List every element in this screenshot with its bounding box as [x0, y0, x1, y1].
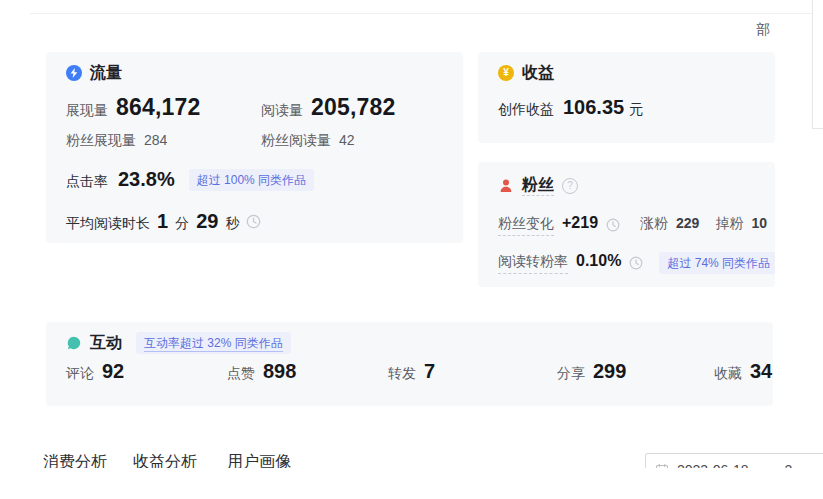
favorites-value: 34 — [750, 360, 772, 383]
analytics-panel: 部 流量 展现量 864,172 阅读量 205,782 粉丝展现量 284 粉… — [0, 0, 823, 499]
likes-value: 898 — [263, 360, 296, 383]
clock-icon[interactable] — [246, 214, 261, 229]
clock-icon[interactable] — [629, 256, 643, 270]
popup-edge — [812, 0, 823, 129]
read-time-label: 平均阅读时长 — [66, 215, 150, 233]
reposts-value: 7 — [424, 360, 435, 383]
fans-card: 粉丝 ? 粉丝变化 +219 涨粉 229 掉粉 10 阅读转粉率 0.10% … — [478, 162, 775, 287]
comments-label: 评论 — [66, 365, 94, 383]
help-icon[interactable]: ? — [562, 178, 578, 194]
fan-loss-value: 10 — [751, 215, 767, 231]
creation-revenue-value: 106.35 — [563, 96, 624, 119]
impressions-label: 展现量 — [66, 102, 108, 120]
partial-top-right-text: 部 — [756, 21, 770, 39]
top-divider — [30, 13, 823, 14]
fan-reads-label: 粉丝阅读量 — [261, 132, 331, 150]
reads-label: 阅读量 — [261, 102, 303, 120]
traffic-card-title: 流量 — [90, 64, 122, 82]
coin-icon: ¥ — [498, 65, 514, 81]
conversion-benchmark-badge: 超过 74% 同类作品 — [659, 252, 775, 274]
ctr-benchmark-badge: 超过 100% 同类作品 — [189, 169, 314, 191]
fan-gain-label: 涨粉 — [640, 215, 668, 233]
fan-impressions-label: 粉丝展现量 — [66, 132, 136, 150]
creation-revenue-unit: 元 — [629, 101, 643, 119]
favorites-label: 收藏 — [714, 365, 742, 383]
traffic-card: 流量 展现量 864,172 阅读量 205,782 粉丝展现量 284 粉丝阅… — [46, 52, 463, 243]
ctr-value: 23.8% — [118, 168, 175, 191]
fan-reads-value: 42 — [339, 132, 355, 148]
interaction-card-title: 互动 — [90, 334, 122, 352]
reads-value: 205,782 — [311, 94, 396, 121]
fan-loss-label: 掉粉 — [715, 215, 743, 233]
chat-bubble-icon — [66, 335, 82, 351]
ctr-label: 点击率 — [66, 173, 108, 191]
shares-label: 分享 — [557, 365, 585, 383]
bottom-clip-overlay — [0, 468, 823, 499]
fan-gain-value: 229 — [676, 215, 699, 231]
likes-label: 点赞 — [227, 365, 255, 383]
lightning-icon — [66, 65, 82, 81]
read-to-fan-rate-value: 0.10% — [576, 252, 621, 270]
read-time-seconds-unit: 秒 — [225, 215, 239, 233]
fan-impressions-value: 284 — [144, 132, 167, 148]
shares-value: 299 — [593, 360, 626, 383]
clock-icon[interactable] — [606, 218, 620, 232]
person-icon — [498, 178, 514, 194]
interaction-card: 互动 互动率超过 32% 同类作品 评论 92 点赞 898 转发 7 分享 2… — [46, 322, 773, 406]
read-time-minutes: 1 — [157, 210, 168, 233]
revenue-card-title: 收益 — [522, 64, 554, 82]
impressions-value: 864,172 — [116, 94, 201, 121]
read-to-fan-rate-label: 阅读转粉率 — [498, 253, 568, 274]
fan-change-value: +219 — [562, 214, 598, 232]
revenue-card: ¥ 收益 创作收益 106.35 元 — [478, 52, 775, 143]
fan-change-label: 粉丝变化 — [498, 215, 554, 236]
read-time-minutes-unit: 分 — [175, 215, 189, 233]
interaction-rate-badge: 互动率超过 32% 同类作品 — [136, 332, 291, 354]
creation-revenue-label: 创作收益 — [498, 101, 554, 119]
read-time-seconds: 29 — [196, 210, 218, 233]
fans-card-title: 粉丝 — [522, 176, 554, 196]
comments-value: 92 — [102, 360, 124, 383]
reposts-label: 转发 — [388, 365, 416, 383]
